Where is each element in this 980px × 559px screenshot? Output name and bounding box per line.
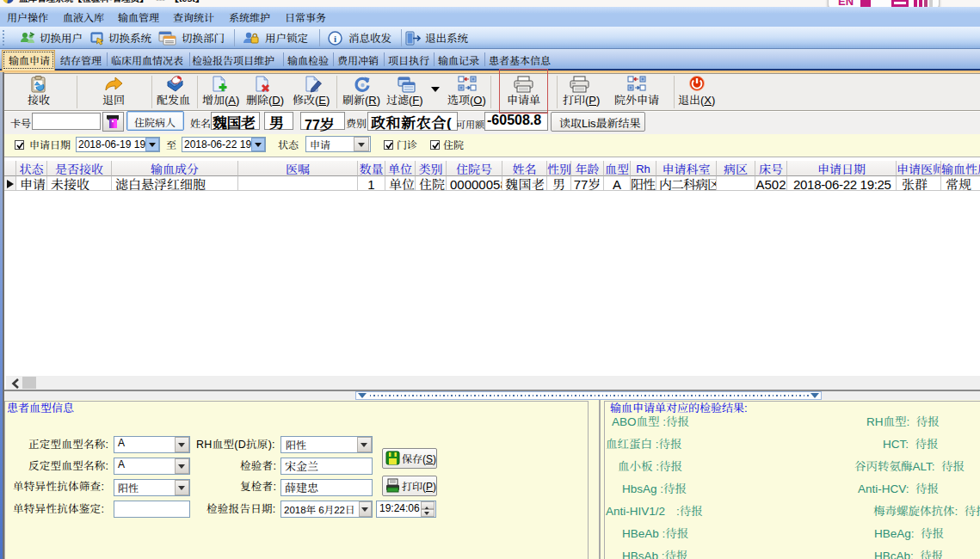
svg-text:i: i <box>334 34 336 44</box>
